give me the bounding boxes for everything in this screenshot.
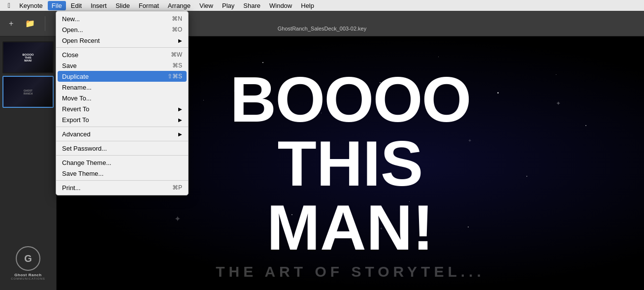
menu-item-new[interactable]: New... ⌘N: [56, 13, 188, 24]
menu-save-theme-label: Save Theme...: [62, 170, 182, 177]
menu-save-label: Save: [62, 62, 172, 69]
menu-duplicate-label: Duplicate: [62, 73, 167, 80]
this-text: THIS: [230, 131, 470, 195]
open-icon: 📁: [25, 19, 35, 28]
menu-item-change-theme[interactable]: Change Theme...: [56, 157, 188, 168]
menu-revert-to-label: Revert To: [62, 105, 178, 113]
menu-item-set-password[interactable]: Set Password...: [56, 143, 188, 154]
menu-item-advanced[interactable]: Advanced ▶: [56, 129, 188, 139]
menu-item-close[interactable]: Close ⌘W: [56, 49, 188, 60]
slide-thumb-text-2: GHOSTRANCH: [24, 89, 32, 95]
menu-revert-to-arrow: ▶: [178, 106, 182, 112]
file-dropdown-menu: New... ⌘N Open... ⌘O Open Recent ▶ Close…: [56, 11, 189, 195]
menu-item-save[interactable]: Save ⌘S: [56, 60, 188, 71]
menu-open-shortcut: ⌘O: [172, 26, 182, 33]
logo-circle: G: [16, 246, 40, 271]
menu-sep-4: [56, 155, 188, 156]
menu-duplicate-shortcut: ⇧⌘S: [167, 73, 182, 80]
slide-thumb-1[interactable]: BOOOOTHISMAN!: [2, 41, 54, 73]
menubar-insert[interactable]: Insert: [87, 1, 111, 10]
menubar:  Keynote File Edit Insert Slide Format …: [0, 0, 644, 11]
menu-close-shortcut: ⌘W: [171, 51, 182, 58]
menubar-edit[interactable]: Edit: [67, 1, 86, 10]
menu-item-revert-to[interactable]: Revert To ▶: [56, 103, 188, 114]
boooo-text: BOOOO: [230, 67, 470, 131]
menu-move-to-label: Move To...: [62, 95, 182, 102]
slide-thumb-inner-2: GHOSTRANCH: [3, 77, 53, 107]
menu-item-print[interactable]: Print... ⌘P: [56, 182, 188, 193]
menubar-play[interactable]: Play: [218, 1, 238, 10]
menu-advanced-arrow: ▶: [178, 131, 182, 137]
menu-set-password-label: Set Password...: [62, 145, 182, 152]
menu-open-recent-arrow: ▶: [178, 38, 182, 43]
toolbar-new-btn[interactable]: +: [5, 17, 17, 30]
menu-export-to-arrow: ▶: [178, 117, 182, 123]
slide-main-text: BOOOO THIS MAN!: [230, 67, 470, 259]
menubar-file[interactable]: File: [48, 1, 66, 10]
menu-advanced-label: Advanced: [62, 130, 178, 138]
menu-sep-3: [56, 141, 188, 141]
menu-item-rename[interactable]: Rename...: [56, 82, 188, 93]
ghost-ranch-name: Ghost Ranch: [14, 273, 41, 277]
toolbar-open-btn[interactable]: 📁: [21, 17, 39, 30]
slides-panel: BOOOOTHISMAN! GHOSTRANCH G Ghost Ranch C…: [0, 36, 57, 290]
menu-export-to-label: Export To: [62, 116, 178, 124]
menu-change-theme-label: Change Theme...: [62, 159, 182, 166]
menubar-slide[interactable]: Slide: [112, 1, 134, 10]
ghost-ranch-logo: G Ghost Ranch COMMUNICATIONS: [2, 241, 54, 285]
menu-item-duplicate[interactable]: Duplicate ⇧⌘S: [58, 71, 187, 82]
menu-sep-1: [56, 47, 188, 48]
menu-item-save-theme[interactable]: Save Theme...: [56, 168, 188, 179]
menu-save-shortcut: ⌘S: [172, 62, 182, 69]
ghost-ranch-sub: COMMUNICATIONS: [11, 277, 45, 280]
menubar-keynote[interactable]: Keynote: [15, 1, 47, 10]
slide-subtitle: THE ART OF STORYTEL...: [57, 263, 644, 280]
slide-thumb-text: BOOOOTHISMAN!: [22, 53, 33, 62]
menu-item-open[interactable]: Open... ⌘O: [56, 24, 188, 35]
new-icon: +: [9, 19, 13, 28]
logo-g-icon: G: [24, 253, 32, 264]
apple-menu[interactable]: : [4, 0, 14, 10]
toolbar-separator-1: [45, 16, 45, 31]
slide-thumb-inner: BOOOOTHISMAN!: [3, 42, 53, 72]
menu-rename-label: Rename...: [62, 84, 182, 91]
menu-close-label: Close: [62, 51, 171, 59]
menu-sep-2: [56, 127, 188, 127]
menubar-format[interactable]: Format: [135, 1, 163, 10]
menu-new-shortcut: ⌘N: [172, 15, 182, 22]
man-text: MAN!: [230, 195, 470, 259]
menubar-help[interactable]: Help: [297, 1, 318, 10]
menu-open-recent-label: Open Recent: [62, 37, 178, 44]
menu-sep-5: [56, 180, 188, 181]
menubar-window[interactable]: Window: [265, 1, 296, 10]
window-title: GhostRanch_SalesDeck_003-02.key: [278, 26, 366, 32]
menubar-share[interactable]: Share: [239, 1, 264, 10]
menu-print-label: Print...: [62, 184, 172, 192]
menubar-arrange[interactable]: Arrange: [164, 1, 194, 10]
menu-item-open-recent[interactable]: Open Recent ▶: [56, 35, 188, 46]
menu-new-label: New...: [62, 15, 172, 23]
menu-print-shortcut: ⌘P: [172, 184, 182, 191]
menu-item-move-to[interactable]: Move To...: [56, 93, 188, 103]
menubar-view[interactable]: View: [195, 1, 217, 10]
menu-open-label: Open...: [62, 26, 172, 33]
slide-thumb-2[interactable]: GHOSTRANCH: [2, 76, 54, 108]
menu-item-export-to[interactable]: Export To ▶: [56, 114, 188, 125]
